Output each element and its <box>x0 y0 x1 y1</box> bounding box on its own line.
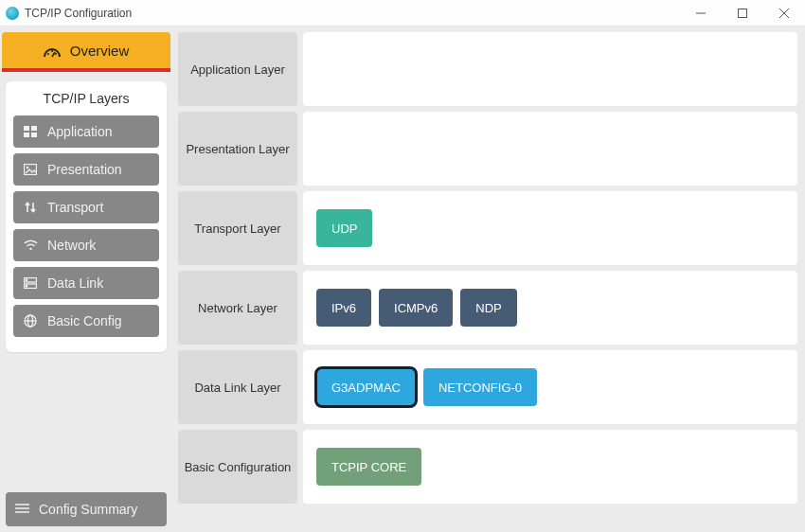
row-label-network: Network Layer <box>178 271 297 345</box>
chip-netconfig0[interactable]: NETCONFIG-0 <box>423 368 537 406</box>
svg-point-6 <box>55 53 57 55</box>
main-content: Application Layer Presentation Layer Tra… <box>172 27 805 532</box>
sidebar-item-network[interactable]: Network <box>13 229 159 261</box>
layers-card-title: TCP/IP Layers <box>13 91 159 106</box>
sidebar-item-label: Basic Config <box>47 313 122 328</box>
row-label-datalink: Data Link Layer <box>178 350 297 424</box>
minimize-button[interactable] <box>680 0 722 27</box>
svg-point-14 <box>29 248 31 250</box>
sidebar-item-transport[interactable]: Transport <box>13 191 159 223</box>
row-label-basic: Basic Configuration <box>178 430 297 504</box>
chip-udp[interactable]: UDP <box>316 209 372 247</box>
image-icon <box>23 163 38 176</box>
svg-rect-10 <box>24 133 29 137</box>
svg-point-5 <box>51 50 53 52</box>
row-label-transport: Transport Layer <box>178 191 297 265</box>
chip-ipv6[interactable]: IPv6 <box>316 289 371 327</box>
arrows-vertical-icon <box>23 201 38 214</box>
svg-point-18 <box>26 286 27 288</box>
row-transport: Transport Layer UDP <box>178 191 797 265</box>
close-icon <box>779 9 789 18</box>
maximize-icon <box>738 9 747 18</box>
config-summary-button[interactable]: Config Summary <box>6 492 167 526</box>
sidebar-item-label: Presentation <box>47 162 122 177</box>
row-basic: Basic Configuration TCPIP CORE <box>178 430 797 504</box>
sidebar-item-label: Data Link <box>47 275 103 291</box>
layers-card: TCP/IP Layers Application Presentation T… <box>6 81 167 352</box>
row-body-network: IPv6 ICMPv6 NDP <box>303 271 797 345</box>
row-label-application: Application Layer <box>178 32 297 106</box>
titlebar: TCP/IP Configuration <box>0 0 805 27</box>
svg-line-7 <box>52 52 55 57</box>
wifi-icon <box>23 239 38 252</box>
sidebar-item-label: Transport <box>47 200 103 215</box>
globe-icon <box>23 314 38 328</box>
row-presentation: Presentation Layer <box>178 112 797 186</box>
sidebar-item-datalink[interactable]: Data Link <box>13 267 159 299</box>
svg-rect-1 <box>739 9 747 17</box>
svg-point-13 <box>27 167 29 169</box>
row-label-presentation: Presentation Layer <box>178 112 297 186</box>
app-icon <box>6 7 19 20</box>
window-title: TCP/IP Configuration <box>25 7 132 20</box>
svg-point-17 <box>26 279 27 281</box>
chip-icmpv6[interactable]: ICMPv6 <box>379 289 453 327</box>
row-body-presentation <box>303 112 797 186</box>
row-application: Application Layer <box>178 32 797 106</box>
sidebar: Overview TCP/IP Layers Application Prese… <box>0 27 172 532</box>
svg-rect-9 <box>31 126 37 131</box>
svg-rect-11 <box>31 133 37 137</box>
overview-tab[interactable]: Overview <box>2 32 170 72</box>
sidebar-item-label: Network <box>47 238 96 253</box>
row-body-basic: TCPIP CORE <box>303 430 797 504</box>
sidebar-item-presentation[interactable]: Presentation <box>13 153 159 186</box>
sidebar-item-basicconfig[interactable]: Basic Config <box>13 305 159 337</box>
svg-point-4 <box>47 53 49 55</box>
overview-label: Overview <box>70 43 130 59</box>
chip-g3adpmac[interactable]: G3ADPMAC <box>316 368 416 406</box>
grid-icon <box>23 125 38 138</box>
row-datalink: Data Link Layer G3ADPMAC NETCONFIG-0 <box>178 350 797 424</box>
sidebar-item-application[interactable]: Application <box>13 115 159 148</box>
close-button[interactable] <box>763 0 805 27</box>
svg-rect-8 <box>24 126 29 131</box>
chip-ndp[interactable]: NDP <box>460 289 516 327</box>
sidebar-item-label: Application <box>47 124 113 139</box>
chip-tcpipcore[interactable]: TCPIP CORE <box>316 448 421 486</box>
minimize-icon <box>696 9 706 18</box>
config-summary-label: Config Summary <box>39 502 137 517</box>
row-body-datalink: G3ADPMAC NETCONFIG-0 <box>303 350 797 424</box>
row-body-transport: UDP <box>303 191 797 265</box>
row-network: Network Layer IPv6 ICMPv6 NDP <box>178 271 797 345</box>
maximize-button[interactable] <box>722 0 763 27</box>
server-icon <box>23 276 38 290</box>
dashboard-icon <box>44 44 61 56</box>
list-icon <box>15 502 29 517</box>
row-body-application <box>303 32 797 106</box>
